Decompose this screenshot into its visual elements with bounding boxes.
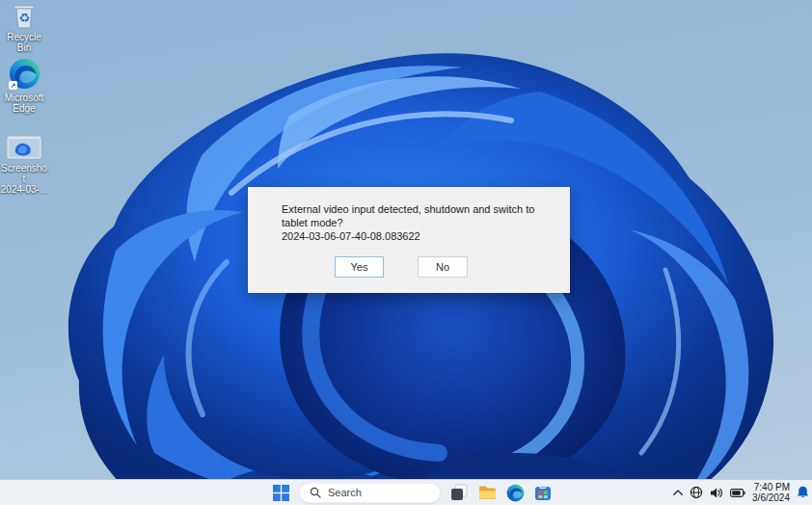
desktop-icon-screenshot[interactable]: Screenshot 2024-03-... (0, 135, 48, 195)
icon-label: Recycle Bin (0, 32, 48, 53)
svg-text:♻: ♻ (18, 11, 30, 25)
desktop-icon-microsoft-edge[interactable]: ↗ Microsoft Edge (0, 58, 48, 114)
tray-time: 7:40 PM (752, 482, 790, 492)
search-box[interactable] (299, 483, 441, 503)
file-explorer-icon (478, 485, 497, 500)
notification-bell-icon (797, 486, 809, 499)
network-globe-icon (690, 486, 703, 499)
dialog-message: External video input detected, shutdown … (282, 202, 556, 243)
clock[interactable]: 7:40 PM 3/6/2024 (752, 482, 790, 503)
shortcut-arrow-icon: ↗ (9, 81, 17, 90)
desktop: ♻ Recycle Bin ↗ Microsoft (0, 0, 812, 505)
notification-center-button[interactable] (797, 486, 809, 499)
taskbar-center-group (271, 480, 553, 505)
store-button[interactable] (533, 482, 553, 503)
battery-icon (730, 489, 745, 497)
battery-button[interactable] (730, 489, 745, 497)
screenshot-thumbnail-icon (0, 135, 48, 160)
taskbar: 7:40 PM 3/6/2024 (0, 479, 812, 505)
tray-date: 3/6/2024 (752, 492, 790, 503)
file-explorer-button[interactable] (477, 482, 497, 503)
volume-button[interactable] (710, 487, 723, 499)
edge-icon (506, 484, 525, 502)
desktop-icon-recycle-bin[interactable]: ♻ Recycle Bin (0, 2, 48, 53)
start-icon (273, 485, 289, 501)
prompt-dialog: External video input detected, shutdown … (248, 187, 570, 293)
search-input[interactable] (328, 487, 424, 498)
store-icon (534, 484, 552, 501)
recycle-bin-icon: ♻ (0, 2, 48, 29)
task-view-icon (450, 484, 468, 501)
edge-icon: ↗ (8, 58, 41, 90)
network-button[interactable] (690, 486, 703, 499)
volume-icon (710, 487, 723, 499)
search-icon (310, 487, 321, 498)
system-tray: 7:40 PM 3/6/2024 (673, 480, 809, 505)
start-button[interactable] (271, 482, 290, 503)
task-view-button[interactable] (449, 482, 469, 503)
icon-label: Microsoft Edge (0, 93, 48, 114)
yes-button[interactable]: Yes (335, 256, 384, 278)
hidden-icons-chevron (673, 490, 683, 495)
no-button[interactable]: No (418, 256, 468, 278)
hidden-icons-button[interactable] (673, 490, 683, 495)
edge-taskbar-button[interactable] (505, 482, 525, 503)
icon-label: Screenshot 2024-03-... (0, 163, 48, 195)
